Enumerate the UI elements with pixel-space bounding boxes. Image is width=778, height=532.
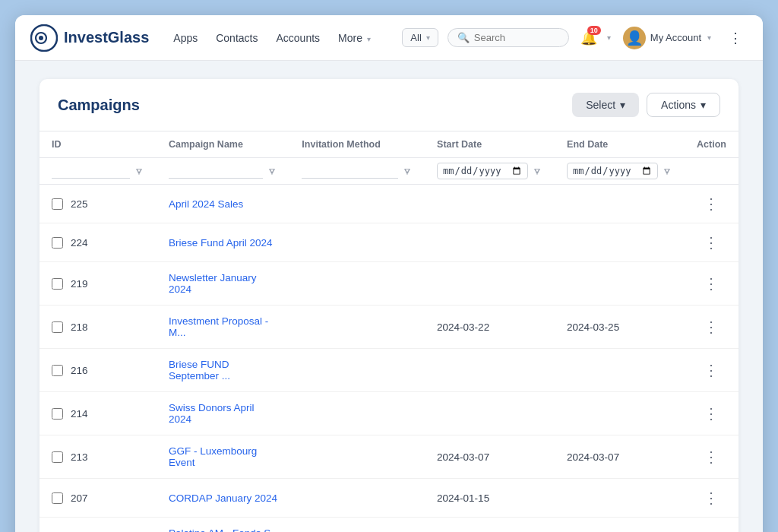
col-start-date: Start Date [425, 131, 555, 158]
cell-action-7: ⋮ [685, 479, 738, 518]
col-id: ID [40, 131, 157, 158]
cell-invitation-2 [289, 262, 425, 306]
cell-end-8: 2024-02-27 [555, 518, 685, 533]
header-actions: Select ▾ Actions ▾ [572, 93, 720, 117]
filter-name-input[interactable] [169, 164, 263, 179]
table-row: 213 GGF - Luxembourg Event 2024-03-07 20… [40, 435, 738, 479]
app-name: InvestGlass [64, 29, 149, 46]
main-content: Campaigns Select ▾ Actions ▾ [15, 61, 763, 532]
table-body: 225 April 2024 Sales ⋮ 224 Briese Fund A… [40, 185, 738, 533]
filter-end-date-icon[interactable]: ⛛ [663, 166, 672, 177]
nav-accounts[interactable]: Accounts [276, 32, 320, 44]
navbar: InvestGlass Apps Contacts Accounts More … [15, 15, 763, 61]
cell-start-1 [425, 223, 555, 262]
campaign-link-1[interactable]: Briese Fund April 2024 [169, 237, 273, 249]
filter-chevron-icon: ▾ [426, 33, 430, 42]
nav-apps[interactable]: Apps [173, 32, 198, 44]
cell-name-5: Swiss Donors April 2024 [157, 392, 289, 435]
cell-action-6: ⋮ [685, 435, 738, 479]
cell-id-6: 213 [40, 435, 157, 479]
filter-start-date-input[interactable] [437, 163, 528, 179]
logo-icon [30, 24, 58, 52]
search-input[interactable] [474, 32, 558, 43]
table-row: 219 Newsletter January 2024 ⋮ [40, 262, 738, 306]
campaign-link-8[interactable]: Palatine AM - Fonds S - C... [169, 527, 277, 532]
row-action-menu-3[interactable]: ⋮ [697, 318, 726, 336]
account-button[interactable]: 👤 My Account ▾ [617, 24, 717, 52]
filter-end-date-input[interactable] [567, 163, 658, 179]
cell-action-8: ⋮ [685, 518, 738, 533]
filter-name-icon[interactable]: ⛛ [267, 166, 277, 177]
col-invitation-method: Invitation Method [289, 131, 425, 158]
filter-dropdown[interactable]: All ▾ [402, 28, 438, 47]
filter-invitation-input[interactable] [302, 164, 398, 179]
page-title: Campaigns [58, 97, 140, 114]
filter-id-input[interactable] [52, 164, 130, 179]
cell-action-2: ⋮ [685, 262, 738, 306]
campaign-link-4[interactable]: Briese FUND September ... [169, 359, 230, 382]
table-row: 206 Palatine AM - Fonds S - C... 2024-02… [40, 518, 738, 533]
campaign-link-7[interactable]: CORDAP January 2024 [169, 492, 277, 504]
row-checkbox-2[interactable] [52, 278, 63, 290]
row-checkbox-0[interactable] [52, 198, 63, 210]
campaign-link-2[interactable]: Newsletter January 2024 [169, 272, 257, 295]
nav-more[interactable]: More ▾ [338, 32, 371, 44]
search-container: 🔍 [448, 28, 569, 47]
cell-id-8: 206 [40, 518, 157, 533]
cell-start-3: 2024-03-22 [425, 306, 555, 349]
cell-end-0 [555, 185, 685, 223]
cell-start-8: 2024-02-14 [425, 518, 555, 533]
cell-name-1: Briese Fund April 2024 [157, 223, 289, 262]
table-row: 218 Investment Proposal - M... 2024-03-2… [40, 306, 738, 349]
row-action-menu-0[interactable]: ⋮ [697, 195, 726, 213]
actions-chevron-icon: ▾ [701, 99, 706, 111]
row-checkbox-1[interactable] [52, 237, 63, 249]
cell-invitation-4 [289, 349, 425, 392]
table-row: 224 Briese Fund April 2024 ⋮ [40, 223, 738, 262]
kebab-menu-button[interactable]: ⋮ [723, 26, 748, 50]
cell-invitation-0 [289, 185, 425, 223]
filter-start-date-icon[interactable]: ⛛ [533, 166, 542, 177]
row-action-menu-1[interactable]: ⋮ [697, 233, 726, 252]
row-action-menu-7[interactable]: ⋮ [697, 489, 726, 507]
filter-start-date: ⛛ [425, 158, 555, 185]
nav-contacts[interactable]: Contacts [216, 32, 258, 44]
filter-invitation-icon[interactable]: ⛛ [403, 166, 413, 177]
col-end-date: End Date [555, 131, 685, 158]
row-checkbox-4[interactable] [52, 365, 63, 376]
cell-start-7: 2024-01-15 [425, 479, 555, 518]
row-action-menu-6[interactable]: ⋮ [697, 448, 726, 466]
filter-id-icon[interactable]: ⛛ [134, 166, 144, 177]
row-action-menu-4[interactable]: ⋮ [697, 361, 726, 379]
notification-button[interactable]: 🔔 10 [575, 24, 602, 52]
select-button[interactable]: Select ▾ [572, 93, 639, 117]
col-campaign-name: Campaign Name [157, 131, 289, 158]
row-checkbox-6[interactable] [52, 451, 63, 463]
notification-badge: 10 [587, 26, 601, 35]
cell-name-2: Newsletter January 2024 [157, 262, 289, 306]
row-action-menu-5[interactable]: ⋮ [697, 404, 726, 423]
cell-id-1: 224 [40, 223, 157, 262]
cell-end-4 [555, 349, 685, 392]
cell-action-5: ⋮ [685, 392, 738, 435]
row-checkbox-7[interactable] [52, 492, 63, 504]
cell-action-3: ⋮ [685, 306, 738, 349]
campaign-link-3[interactable]: Investment Proposal - M... [169, 315, 268, 338]
campaign-link-6[interactable]: GGF - Luxembourg Event [169, 445, 257, 468]
row-checkbox-5[interactable] [52, 408, 63, 420]
table-header-row: ID Campaign Name Invitation Method Start… [40, 131, 738, 158]
logo-area[interactable]: InvestGlass [30, 24, 149, 52]
campaign-link-0[interactable]: April 2024 Sales [169, 198, 243, 210]
cell-start-4 [425, 349, 555, 392]
cell-start-2 [425, 262, 555, 306]
cell-invitation-8 [289, 518, 425, 533]
actions-button[interactable]: Actions ▾ [647, 93, 720, 117]
select-chevron-icon: ▾ [620, 99, 625, 111]
row-action-menu-2[interactable]: ⋮ [697, 274, 726, 293]
cell-action-0: ⋮ [685, 185, 738, 223]
nav-right: All ▾ 🔍 🔔 10 ▾ 👤 My Account ▾ ⋮ [402, 24, 748, 52]
row-checkbox-3[interactable] [52, 321, 63, 333]
campaign-link-5[interactable]: Swiss Donors April 2024 [169, 402, 255, 425]
campaigns-table: ID Campaign Name Invitation Method Start… [40, 131, 738, 532]
cell-id-0: 225 [40, 185, 157, 223]
